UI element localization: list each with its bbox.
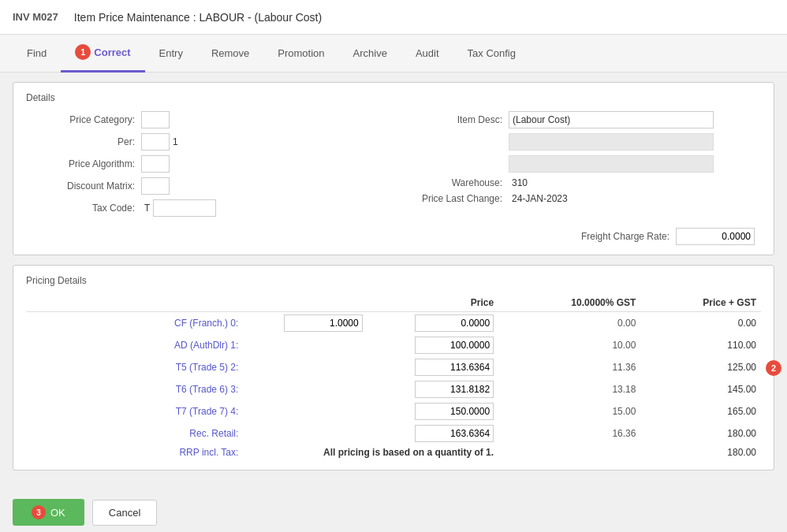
freight-charge-rate-input[interactable] [676, 228, 755, 245]
tab-audit[interactable]: Audit [401, 35, 453, 73]
title-bar: INV M027 Item Price Maintenance : LABOUR… [0, 0, 787, 35]
row-2-price-gst: 125.00 [640, 356, 761, 378]
tab-entry-label: Entry [159, 47, 183, 59]
col-header-price: Price [367, 294, 498, 312]
row-2-qty [244, 356, 367, 378]
pricing-table: Price 10.0000% GST Price + GST CF (Franc… [26, 294, 761, 460]
tab-correct-label: Correct [94, 47, 130, 58]
row-0-qty-input[interactable] [284, 314, 363, 332]
item-desc-row: Item Desc: [400, 111, 755, 128]
row-0-qty [244, 312, 367, 335]
row-5-price-input[interactable] [415, 425, 494, 442]
ok-button[interactable]: 3 OK [13, 499, 84, 526]
price-last-change-row: Price Last Change: 24-JAN-2023 [400, 193, 755, 204]
step2-badge: 2 [766, 360, 781, 376]
details-left: Price Category: Per: 1 Price Algorithm: … [26, 111, 394, 221]
freight-row: Freight Charge Rate: [26, 228, 761, 245]
row-4-price [367, 400, 498, 422]
price-last-change-value: 24-JAN-2023 [512, 193, 568, 204]
pricing-row-4: T7 (Trade 7) 4: 15.00 165.00 [26, 400, 761, 422]
row-2-gst: 11.36 [498, 356, 640, 378]
item-desc-input3[interactable] [509, 155, 714, 173]
per-row: Per: 1 [32, 133, 387, 151]
cancel-button[interactable]: Cancel [92, 500, 157, 526]
row-4-qty [244, 400, 367, 422]
row-1-price [367, 334, 498, 356]
per-value: 1 [173, 136, 178, 147]
row-3-price-input[interactable] [415, 381, 494, 398]
discount-matrix-row: Discount Matrix: [32, 177, 387, 195]
freight-label: Freight Charge Rate: [581, 231, 670, 242]
price-algorithm-row: Price Algorithm: [32, 155, 387, 173]
tab-archive[interactable]: Archive [339, 35, 401, 73]
row-1-price-input[interactable] [415, 337, 494, 354]
row-1-label: AD (AuthDlr) 1: [26, 334, 244, 356]
inv-number: INV M027 [13, 11, 58, 23]
row-4-gst: 15.00 [498, 400, 640, 422]
ok-badge: 3 [32, 505, 46, 519]
warehouse-label: Warehouse: [400, 177, 502, 188]
price-algorithm-input[interactable] [141, 155, 170, 173]
tab-archive-label: Archive [353, 47, 387, 59]
row-0-price [367, 312, 498, 335]
col-header-price-gst: Price + GST [640, 294, 761, 312]
page-title: Item Price Maintenance : LABOUR - (Labou… [74, 11, 322, 24]
warehouse-value: 310 [512, 177, 528, 188]
pricing-note: All pricing is based on a quantity of 1. [323, 447, 494, 458]
tab-correct-badge: 1 [75, 44, 91, 60]
per-label: Per: [32, 136, 135, 147]
pricing-row-6: RRP incl. Tax: All pricing is based on a… [26, 445, 761, 460]
tax-code-label: Tax Code: [32, 203, 135, 214]
tab-remove-label: Remove [211, 47, 249, 59]
tax-code-row: Tax Code: T [32, 199, 387, 217]
row-3-price [367, 378, 498, 400]
row-3-price-gst: 145.00 [640, 378, 761, 400]
price-algorithm-label: Price Algorithm: [32, 158, 135, 169]
tab-promotion[interactable]: Promotion [263, 35, 338, 73]
tab-entry[interactable]: Entry [145, 35, 197, 73]
main-content: Details Price Category: Per: 1 Price Alg… [0, 73, 787, 489]
item-desc-row2 [400, 133, 755, 151]
price-category-row: Price Category: [32, 111, 387, 128]
row-2-price-input[interactable] [415, 359, 494, 376]
price-last-change-label: Price Last Change: [400, 193, 502, 204]
details-title: Details [26, 92, 761, 103]
pricing-row-2: T5 (Trade 5) 2: 11.36 125.00 [26, 356, 761, 378]
row-1-gst: 10.00 [498, 334, 640, 356]
row-4-label: T7 (Trade 7) 4: [26, 400, 244, 422]
price-category-input[interactable] [141, 111, 170, 128]
tab-taxconfig[interactable]: Tax Config [453, 35, 530, 73]
ok-label: OK [50, 507, 65, 519]
row-4-price-input[interactable] [415, 403, 494, 420]
tab-find[interactable]: Find [13, 35, 61, 73]
col-header-qty [244, 294, 367, 312]
row-5-price [367, 422, 498, 445]
row-5-label: Rec. Retail: [26, 422, 244, 445]
tax-code-input[interactable] [153, 199, 216, 217]
pricing-row-1: AD (AuthDlr) 1: 10.00 110.00 [26, 334, 761, 356]
discount-matrix-label: Discount Matrix: [32, 180, 135, 192]
item-desc-input[interactable] [509, 111, 714, 128]
row-0-price-input[interactable] [415, 314, 494, 332]
details-right: Item Desc: Warehouse: 310 Price Last Cha… [394, 111, 761, 221]
item-desc-row3 [400, 155, 755, 173]
row-6-gst [498, 445, 640, 460]
row-5-qty [244, 422, 367, 445]
row-4-price-gst: 165.00 [640, 400, 761, 422]
row-0-label: CF (Franch.) 0: [26, 312, 244, 335]
per-input[interactable] [141, 133, 170, 151]
tabs-bar: Find 1 Correct Entry Remove Promotion Ar… [0, 35, 787, 73]
row-3-qty [244, 378, 367, 400]
discount-matrix-input[interactable] [141, 177, 170, 195]
item-desc-input2[interactable] [509, 133, 714, 151]
row-3-label: T6 (Trade 6) 3: [26, 378, 244, 400]
tab-correct[interactable]: 1 Correct [61, 35, 144, 73]
tab-remove[interactable]: Remove [197, 35, 263, 73]
row-6-label: RRP incl. Tax: [26, 445, 244, 460]
row-3-gst: 13.18 [498, 378, 640, 400]
tax-code-value: T [144, 203, 150, 214]
pricing-row-3: T6 (Trade 6) 3: 13.18 145.00 [26, 378, 761, 400]
details-section: Details Price Category: Per: 1 Price Alg… [13, 82, 774, 255]
cancel-label: Cancel [109, 507, 140, 519]
col-header-label [26, 294, 244, 312]
